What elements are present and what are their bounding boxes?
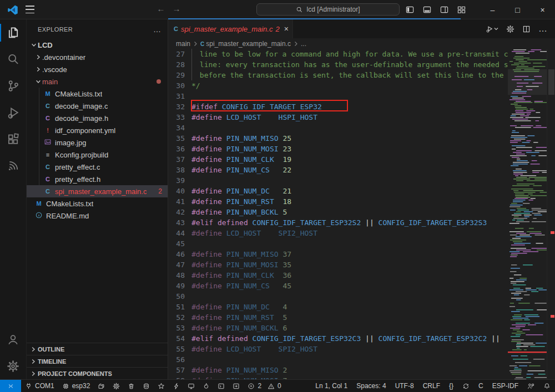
line-text: */	[191, 80, 508, 91]
activity-run-debug-icon[interactable]	[0, 99, 27, 126]
tree-item-cmakelists-txt[interactable]: MCMakeLists.txt	[27, 197, 168, 210]
tree-item-spi-master-example-main-c[interactable]: Cspi_master_example_main.c2	[27, 185, 168, 197]
chip-icon	[62, 383, 69, 390]
nav-back-button[interactable]: ←	[154, 4, 168, 13]
tree-item-image-jpg[interactable]: image.jpg	[27, 136, 168, 149]
activity-settings-icon[interactable]	[0, 353, 27, 379]
tab-spi-master-example-main[interactable]: C spi_master_example_main.c 2 ×	[168, 19, 293, 38]
line-number: 31	[168, 91, 191, 101]
status-openocd[interactable]	[154, 380, 169, 392]
status-problems[interactable]: 20	[244, 380, 285, 392]
scrollbar-slider[interactable]	[548, 69, 554, 95]
status-build-flash-monitor[interactable]	[199, 380, 214, 392]
tree-item-lcd[interactable]: LCD	[27, 39, 168, 51]
status-sync[interactable]	[458, 380, 474, 392]
tree-item-cmakelists-txt[interactable]: MCMakeLists.txt	[27, 88, 168, 100]
status-eol[interactable]: CRLF	[418, 380, 445, 392]
error-icon	[248, 383, 255, 390]
line-number: 43	[168, 217, 191, 228]
status-cursor-position[interactable]: Ln 1, Col 1	[311, 380, 352, 392]
tree-item-decode-image-h[interactable]: Cdecode_image.h	[27, 112, 168, 124]
star-icon	[158, 383, 165, 390]
tree-item-main[interactable]: main	[27, 75, 168, 88]
line-number: 56	[168, 354, 191, 365]
status-encoding[interactable]: UTF-8	[391, 380, 418, 392]
line-text	[191, 238, 508, 249]
status-terminal[interactable]	[214, 380, 229, 392]
status-serial-port[interactable]: COM1	[21, 380, 58, 392]
status-full-clean[interactable]	[124, 380, 139, 392]
toggle-secondary-sidebar-icon[interactable]	[440, 6, 448, 14]
status-esp-idf[interactable]: ESP-IDF	[488, 380, 523, 392]
status-feedback[interactable]	[523, 380, 539, 392]
activity-extensions-icon[interactable]	[0, 126, 27, 152]
tree-item-label: CMakeLists.txt	[55, 90, 102, 98]
section-outline[interactable]: OUTLINE	[27, 343, 168, 355]
run-or-debug-button[interactable]	[485, 24, 498, 33]
explorer-more-actions-icon[interactable]: …	[153, 25, 161, 34]
tree-item-label: decode_image.c	[55, 102, 108, 110]
editor-code[interactable]: 27 line to be low for a command and high…	[168, 49, 508, 379]
feedback-icon	[527, 383, 534, 390]
activity-espressif-icon[interactable]	[0, 152, 27, 179]
flame-icon	[203, 383, 210, 390]
minimize-button[interactable]: –	[480, 0, 505, 19]
line-text: #define PIN_NUM_BCKL 6	[191, 323, 508, 333]
vertical-scrollbar[interactable]	[547, 49, 555, 379]
code-line-39: 39	[168, 175, 508, 186]
status-menuconfig[interactable]	[109, 380, 124, 392]
status-indentation[interactable]: Spaces: 4	[352, 380, 390, 392]
breadcrumb-folder[interactable]: main	[176, 40, 190, 48]
section-project-components[interactable]: PROJECT COMPONENTS	[27, 367, 168, 379]
chevron-right-icon	[294, 41, 298, 47]
breadcrumb[interactable]: main C spi_master_example_main.c ...	[168, 39, 555, 49]
activity-source-control-icon[interactable]	[0, 73, 27, 99]
activity-account-icon[interactable]	[0, 326, 27, 353]
section-timeline[interactable]: TIMELINE	[27, 355, 168, 367]
menu-icon[interactable]	[26, 6, 34, 13]
status-erase-flash[interactable]	[139, 380, 154, 392]
split-editor-icon[interactable]	[522, 25, 531, 33]
line-number: 52	[168, 312, 191, 323]
toggle-sidebar-icon[interactable]	[406, 6, 414, 14]
more-actions-icon[interactable]: …	[538, 24, 547, 34]
tab-label: spi_master_example_main.c	[181, 25, 273, 33]
tree-item--vscode[interactable]: .vscode	[27, 63, 168, 75]
nav-forward-button[interactable]: →	[170, 4, 183, 13]
status-notifications[interactable]	[539, 380, 555, 392]
breadcrumb-file[interactable]: spi_master_example_main.c	[206, 40, 291, 48]
status-braces-label: {}	[449, 382, 453, 390]
status-eol-label: CRLF	[423, 382, 440, 390]
tree-item-decode-image-c[interactable]: Cdecode_image.c	[27, 100, 168, 112]
status-project-configuration[interactable]	[94, 380, 109, 392]
status-flash-device[interactable]	[169, 380, 184, 392]
activity-explorer-icon[interactable]	[0, 19, 27, 46]
code-line-45: 45	[168, 238, 508, 249]
search-input[interactable]: lcd [Administrator]	[256, 3, 400, 16]
tree-item-pretty-effect-c[interactable]: Cpretty_effect.c	[27, 161, 168, 173]
breadcrumb-symbol[interactable]: ...	[301, 40, 306, 48]
tree-item-idf-component-yml[interactable]: !idf_component.yml	[27, 124, 168, 136]
activity-search-icon[interactable]	[0, 46, 27, 73]
minimap-slider[interactable]	[508, 69, 547, 95]
tree-item-kconfig-projbuild[interactable]: ≡Kconfig.projbuild	[27, 149, 168, 161]
settings-gear-icon[interactable]	[506, 25, 514, 33]
tree-item--devcontainer[interactable]: .devcontainer	[27, 51, 168, 63]
customize-layout-icon[interactable]	[457, 6, 466, 14]
maximize-button[interactable]: □	[505, 0, 530, 19]
status-custom-task[interactable]	[229, 380, 244, 392]
tree-item-pretty-effect-h[interactable]: Cpretty_effect.h	[27, 173, 168, 185]
tree-item-readme-md[interactable]: README.md	[27, 210, 168, 222]
status-device-target[interactable]: esp32	[58, 380, 94, 392]
tree-item-label: spi_master_example_main.c	[55, 187, 147, 196]
status-braces[interactable]: {}	[445, 380, 458, 392]
tab-close-icon[interactable]: ×	[284, 24, 289, 33]
status-remote[interactable]	[0, 380, 21, 392]
code-line-56: 56	[168, 354, 508, 365]
minimap[interactable]	[508, 49, 547, 379]
status-language-mode[interactable]: C	[474, 380, 488, 392]
kconfig-file-icon: ≡	[43, 151, 52, 158]
close-button[interactable]: ×	[530, 0, 555, 19]
toggle-panel-icon[interactable]	[423, 6, 431, 14]
status-monitor-device[interactable]	[184, 380, 199, 392]
